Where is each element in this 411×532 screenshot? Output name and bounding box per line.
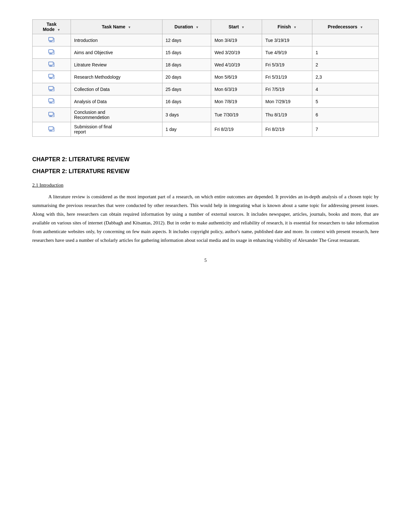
task-mode-cell — [33, 108, 71, 122]
svg-rect-21 — [49, 127, 53, 130]
task-name-cell: Conclusion andRecommendetion — [71, 108, 162, 122]
finish-cell: Fri 5/31/19 — [262, 71, 312, 83]
start-sort-icon[interactable]: ▼ — [241, 25, 245, 29]
header-task-name[interactable]: Task Name ▼ — [71, 20, 162, 34]
finish-cell: Mon 7/29/19 — [262, 95, 312, 108]
table-header-row: TaskMode ▼ Task Name ▼ Duration ▼ Start … — [33, 20, 379, 34]
finish-cell: Fri 7/5/19 — [262, 83, 312, 95]
header-task-mode-label: TaskMode — [43, 22, 57, 32]
task-mode-sort-icon[interactable]: ▼ — [57, 28, 60, 32]
svg-rect-18 — [49, 112, 53, 115]
predecessors-sort-icon[interactable]: ▼ — [360, 25, 363, 29]
table-row: Conclusion andRecommendetion3 daysTue 7/… — [33, 108, 379, 122]
task-mode-icon — [48, 85, 55, 92]
duration-cell: 20 days — [162, 71, 211, 83]
task-mode-icon — [48, 36, 55, 43]
predecessors-cell: 6 — [312, 108, 379, 122]
task-mode-cell — [33, 59, 71, 71]
duration-cell: 18 days — [162, 59, 211, 71]
task-name-cell: Analysis of Data — [71, 95, 162, 108]
task-mode-icon — [48, 48, 55, 55]
gantt-table-section: TaskMode ▼ Task Name ▼ Duration ▼ Start … — [32, 19, 379, 137]
predecessors-cell: 7 — [312, 122, 379, 137]
gantt-table: TaskMode ▼ Task Name ▼ Duration ▼ Start … — [32, 19, 379, 137]
header-start-label: Start — [229, 24, 239, 29]
task-mode-cell — [33, 83, 71, 95]
task-mode-cell — [33, 34, 71, 46]
task-mode-cell — [33, 46, 71, 59]
duration-cell: 25 days — [162, 83, 211, 95]
task-mode-cell — [33, 71, 71, 83]
task-name-cell: Litrature Review — [71, 59, 162, 71]
predecessors-cell: 5 — [312, 95, 379, 108]
svg-rect-0 — [49, 37, 53, 41]
predecessors-cell — [312, 34, 379, 46]
svg-rect-12 — [49, 86, 53, 90]
start-cell: Mon 5/6/19 — [211, 71, 262, 83]
header-duration-label: Duration — [174, 24, 193, 29]
table-row: Research Methodology20 daysMon 5/6/19Fri… — [33, 71, 379, 83]
start-cell: Mon 7/8/19 — [211, 95, 262, 108]
svg-rect-15 — [49, 99, 53, 102]
duration-sort-icon[interactable]: ▼ — [196, 25, 199, 29]
task-mode-icon — [48, 73, 55, 80]
task-name-sort-icon[interactable]: ▼ — [128, 25, 131, 29]
header-predecessors[interactable]: Predecessors ▼ — [312, 20, 379, 34]
duration-cell: 12 days — [162, 34, 211, 46]
table-row: Analysis of Data16 daysMon 7/8/19Mon 7/2… — [33, 95, 379, 108]
task-name-cell: Submission of finalreport — [71, 122, 162, 137]
table-row: Litrature Review18 daysWed 4/10/19Fri 5/… — [33, 59, 379, 71]
chapter-section: CHAPTER 2: LITERATURE REVIEW CHAPTER 2: … — [32, 156, 379, 245]
task-name-cell: Collection of Data — [71, 83, 162, 95]
duration-cell: 1 day — [162, 122, 211, 137]
table-row: Submission of finalreport1 dayFri 8/2/19… — [33, 122, 379, 137]
section-2-1-heading: 2.1 Introduction — [32, 182, 379, 188]
task-name-cell: Introduction — [71, 34, 162, 46]
table-row: Aims and Objective15 daysWed 3/20/19Tue … — [33, 46, 379, 59]
task-name-cell: Research Methodology — [71, 71, 162, 83]
duration-cell: 16 days — [162, 95, 211, 108]
predecessors-cell: 2,3 — [312, 71, 379, 83]
finish-cell: Thu 8/1/19 — [262, 108, 312, 122]
start-cell: Mon 6/3/19 — [211, 83, 262, 95]
header-predecessors-label: Predecessors — [328, 24, 357, 29]
svg-rect-9 — [49, 74, 53, 77]
header-task-mode[interactable]: TaskMode ▼ — [33, 20, 71, 34]
table-row: Introduction12 daysMon 3/4/19Tue 3/19/19 — [33, 34, 379, 46]
finish-sort-icon[interactable]: ▼ — [293, 25, 297, 29]
predecessors-cell: 2 — [312, 59, 379, 71]
header-finish[interactable]: Finish ▼ — [262, 20, 312, 34]
task-mode-cell — [33, 95, 71, 108]
finish-cell: Fri 8/2/19 — [262, 122, 312, 137]
svg-rect-3 — [49, 50, 53, 53]
table-body: Introduction12 daysMon 3/4/19Tue 3/19/19… — [33, 34, 379, 137]
task-mode-icon — [48, 61, 55, 68]
task-mode-cell — [33, 122, 71, 137]
header-finish-label: Finish — [278, 24, 291, 29]
header-start[interactable]: Start ▼ — [211, 20, 262, 34]
header-duration[interactable]: Duration ▼ — [162, 20, 211, 34]
header-task-name-label: Task Name — [102, 24, 125, 29]
duration-cell: 3 days — [162, 108, 211, 122]
task-name-cell: Aims and Objective — [71, 46, 162, 59]
finish-cell: Tue 3/19/19 — [262, 34, 312, 46]
finish-cell: Fri 5/3/19 — [262, 59, 312, 71]
predecessors-cell: 1 — [312, 46, 379, 59]
task-mode-icon — [48, 111, 55, 118]
chapter-heading-1: CHAPTER 2: LITERATURE REVIEW — [32, 156, 379, 163]
predecessors-cell: 4 — [312, 83, 379, 95]
start-cell: Tue 7/30/19 — [211, 108, 262, 122]
intro-paragraph: A literature review is considered as the… — [32, 192, 379, 245]
start-cell: Wed 4/10/19 — [211, 59, 262, 71]
start-cell: Mon 3/4/19 — [211, 34, 262, 46]
start-cell: Wed 3/20/19 — [211, 46, 262, 59]
start-cell: Fri 8/2/19 — [211, 122, 262, 137]
task-mode-icon — [48, 125, 55, 133]
task-mode-icon — [48, 97, 55, 104]
svg-rect-6 — [49, 62, 53, 65]
duration-cell: 15 days — [162, 46, 211, 59]
page-number: 5 — [32, 258, 379, 263]
table-row: Collection of Data25 daysMon 6/3/19Fri 7… — [33, 83, 379, 95]
chapter-heading-2: CHAPTER 2: LITERATURE REVIEW — [32, 168, 379, 175]
finish-cell: Tue 4/9/19 — [262, 46, 312, 59]
